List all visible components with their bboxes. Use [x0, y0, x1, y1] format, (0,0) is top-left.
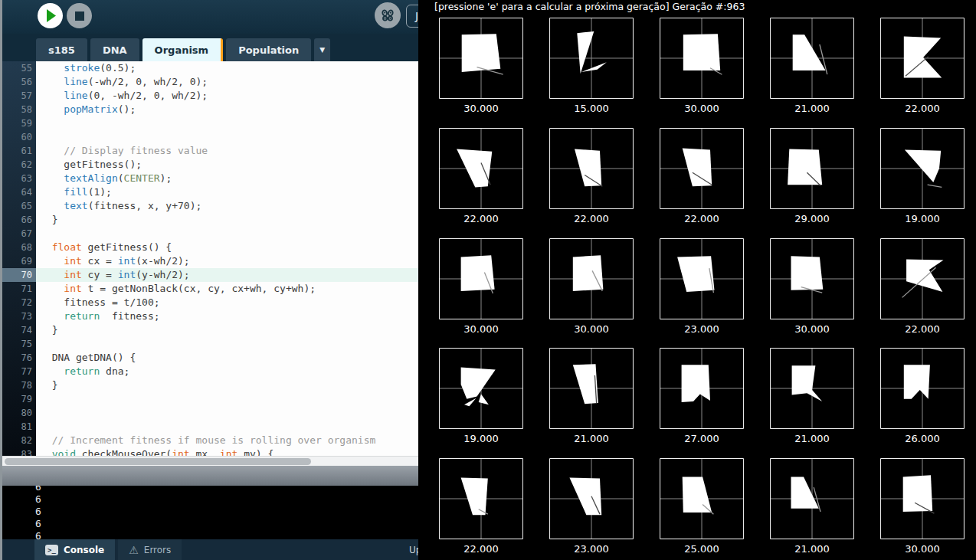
line-number[interactable]: 80	[2, 406, 36, 420]
code-line[interactable]: 58 popMatrix();	[2, 103, 418, 116]
organism-canvas[interactable]	[880, 128, 965, 209]
tab-population[interactable]: Population	[226, 38, 311, 61]
organism-cell[interactable]: 21.000	[770, 348, 854, 445]
organism-canvas[interactable]	[549, 348, 634, 429]
organism-canvas[interactable]	[660, 128, 744, 209]
scrollbar-thumb[interactable]	[5, 458, 311, 465]
tab-s185[interactable]: s185	[36, 38, 87, 61]
line-number[interactable]: 72	[2, 296, 36, 309]
organism-canvas[interactable]	[549, 18, 634, 99]
organism-canvas[interactable]	[660, 348, 744, 429]
organism-cell[interactable]: 21.000	[549, 348, 634, 445]
line-number[interactable]: 61	[2, 144, 36, 158]
code-line[interactable]: 55 stroke(0.5);	[2, 61, 418, 75]
tab-menu-arrow[interactable]: ▼	[314, 38, 330, 61]
line-number[interactable]: 82	[2, 434, 36, 447]
code-line[interactable]: 60	[2, 130, 418, 144]
organism-cell[interactable]: 19.000	[880, 128, 965, 225]
code-line[interactable]: 74 }	[2, 323, 418, 337]
line-number[interactable]: 76	[2, 351, 36, 365]
code-line[interactable]: 63 textAlign(CENTER);	[2, 172, 418, 185]
line-number[interactable]: 77	[2, 365, 36, 378]
tab-errors[interactable]: ⚠ Errors	[118, 539, 182, 560]
line-number[interactable]: 73	[2, 309, 36, 323]
code-line[interactable]: 61 // Display fitness value	[2, 144, 418, 158]
code-line[interactable]: 59	[2, 116, 418, 130]
code-line[interactable]: 77 return dna;	[2, 365, 418, 378]
code-line[interactable]: 66 }	[2, 213, 418, 227]
line-number[interactable]: 60	[2, 130, 36, 144]
organism-canvas[interactable]	[880, 18, 965, 99]
line-number[interactable]: 58	[2, 103, 36, 116]
line-number[interactable]: 55	[2, 61, 36, 75]
updates-link[interactable]: Up	[409, 539, 418, 560]
line-number[interactable]: 65	[2, 199, 36, 213]
code-line[interactable]: 73 return fitness;	[2, 309, 418, 323]
mode-selector-button[interactable]: J	[406, 5, 418, 28]
line-number[interactable]: 68	[2, 241, 36, 254]
organism-cell[interactable]: 30.000	[439, 238, 523, 336]
debug-button[interactable]	[375, 2, 401, 28]
organism-canvas[interactable]	[549, 458, 634, 539]
organism-cell[interactable]: 29.000	[770, 128, 854, 225]
organism-canvas[interactable]	[549, 238, 634, 319]
organism-canvas[interactable]	[770, 238, 854, 319]
organism-cell[interactable]: 22.000	[439, 458, 523, 555]
code-line[interactable]: 67	[2, 227, 418, 241]
code-line[interactable]: 81	[2, 420, 418, 434]
organism-cell[interactable]: 30.000	[770, 238, 854, 336]
organism-cell[interactable]: 30.000	[880, 458, 965, 555]
organism-canvas[interactable]	[439, 458, 523, 539]
organism-cell[interactable]: 22.000	[880, 18, 965, 115]
code-line[interactable]: 82 // Increment fitness if mouse is roll…	[2, 434, 418, 447]
line-number[interactable]: 62	[2, 158, 36, 172]
organism-cell[interactable]: 30.000	[439, 18, 523, 115]
tab-dna[interactable]: DNA	[90, 38, 139, 61]
line-number[interactable]: 83	[2, 447, 36, 456]
line-number[interactable]: 81	[2, 420, 36, 434]
organism-cell[interactable]: 27.000	[660, 348, 744, 445]
organism-canvas[interactable]	[880, 458, 965, 539]
organism-cell[interactable]: 15.000	[549, 18, 634, 115]
organism-canvas[interactable]	[439, 128, 523, 209]
organism-cell[interactable]: 30.000	[549, 238, 634, 336]
code-line[interactable]: 79	[2, 392, 418, 406]
organism-cell[interactable]: 22.000	[880, 238, 965, 336]
organism-canvas[interactable]	[439, 18, 523, 99]
code-editor[interactable]: 55 stroke(0.5);56 line(-wh/2, 0, wh/2, 0…	[2, 61, 418, 456]
code-line[interactable]: 68 float getFitness() {	[2, 241, 418, 254]
code-line[interactable]: 69 int cx = int(x-wh/2);	[2, 254, 418, 268]
line-number[interactable]: 70	[2, 268, 36, 282]
organism-cell[interactable]: 25.000	[660, 458, 744, 555]
organism-canvas[interactable]	[660, 238, 744, 319]
line-number[interactable]: 71	[2, 282, 36, 296]
stop-button[interactable]	[67, 3, 92, 28]
organism-cell[interactable]: 30.000	[660, 18, 744, 115]
code-line[interactable]: 72 fitness = t/100;	[2, 296, 418, 309]
line-number[interactable]: 67	[2, 227, 36, 241]
code-line[interactable]: 57 line(0, -wh/2, 0, wh/2);	[2, 89, 418, 103]
code-line[interactable]: 62 getFitness();	[2, 158, 418, 172]
organism-cell[interactable]: 22.000	[439, 128, 523, 225]
line-number[interactable]: 69	[2, 254, 36, 268]
organism-cell[interactable]: 21.000	[770, 18, 854, 115]
organism-canvas[interactable]	[770, 128, 854, 209]
organism-canvas[interactable]	[770, 18, 854, 99]
organism-cell[interactable]: 26.000	[880, 348, 965, 445]
code-line[interactable]: 56 line(-wh/2, 0, wh/2, 0);	[2, 75, 418, 89]
line-number[interactable]: 78	[2, 378, 36, 392]
tab-organism[interactable]: Organism	[142, 38, 224, 61]
organism-canvas[interactable]	[549, 128, 634, 209]
code-line[interactable]: 64 fill(1);	[2, 185, 418, 199]
organism-cell[interactable]: 23.000	[549, 458, 634, 555]
code-line[interactable]: 80	[2, 406, 418, 420]
organism-cell[interactable]: 21.000	[770, 458, 854, 555]
code-line[interactable]: 70 int cy = int(y-wh/2);	[2, 268, 418, 282]
organism-canvas[interactable]	[880, 348, 965, 429]
tab-console[interactable]: >_ Console	[34, 539, 115, 560]
organism-canvas[interactable]	[880, 238, 965, 319]
code-line[interactable]: 76 DNA getDNA() {	[2, 351, 418, 365]
line-number[interactable]: 79	[2, 392, 36, 406]
run-button[interactable]	[38, 3, 63, 28]
line-number[interactable]: 75	[2, 337, 36, 351]
